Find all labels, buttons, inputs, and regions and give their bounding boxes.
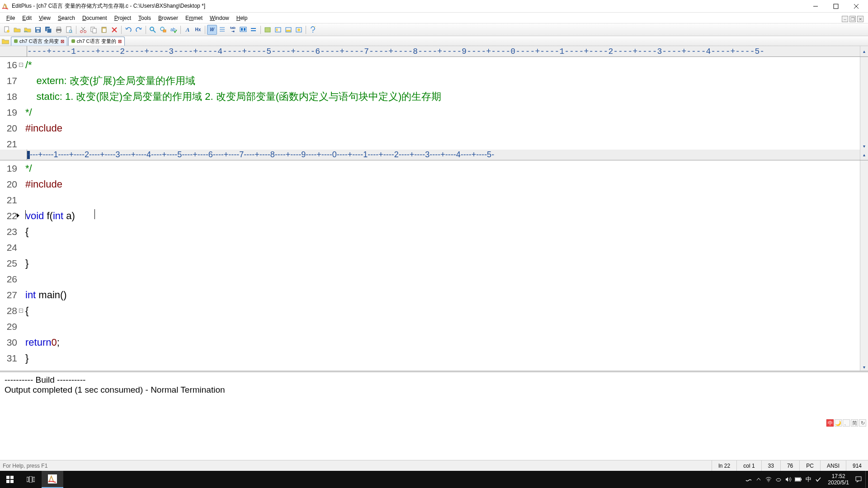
menu-edit[interactable]: Edit	[19, 14, 35, 23]
svg-rect-2	[834, 4, 838, 9]
status-mode: PC	[800, 460, 821, 471]
statusbar: For Help, press F1 ln 22 col 1 33 76 PC …	[0, 460, 868, 471]
output-icon-1[interactable]: 🌙	[835, 419, 842, 427]
wordwrap-button[interactable]: W	[207, 25, 217, 35]
svg-rect-51	[6, 480, 9, 483]
status-help: For Help, press F1	[0, 460, 712, 471]
mdi-controls: – ❐ ✕	[842, 16, 863, 22]
preview-button[interactable]	[64, 25, 74, 35]
tray-battery-icon[interactable]	[793, 471, 803, 488]
taskbar-app-editplus[interactable]	[42, 471, 63, 488]
hex-button[interactable]: Hx	[193, 25, 203, 35]
menu-window[interactable]: Window	[206, 14, 233, 23]
tray-overflow-icon[interactable]	[754, 471, 764, 488]
svg-rect-38	[244, 28, 245, 31]
save-button[interactable]	[33, 25, 43, 35]
scrollbar-bottom[interactable]: ▾	[860, 160, 868, 371]
scroll-up-bottom[interactable]: ▴	[860, 150, 868, 160]
toolbar-btn-4[interactable]	[294, 25, 304, 35]
svg-rect-31	[163, 30, 166, 32]
tray-ime-lang[interactable]: 中	[803, 471, 813, 488]
menu-view[interactable]: View	[35, 14, 54, 23]
help-button[interactable]	[308, 25, 318, 35]
svg-rect-54	[29, 476, 32, 483]
autoindent-button[interactable]: tab⇥	[228, 25, 238, 35]
fold-toggle[interactable]: −	[19, 63, 23, 67]
mdi-minimize[interactable]: –	[842, 16, 848, 22]
editor-pane-top[interactable]: 161718192021 − /* extern: 改变(扩展)全局变量的作用域…	[0, 57, 868, 150]
code-area-bottom[interactable]: */#include void f(int a) { } int main(){…	[25, 160, 860, 371]
tray-wifi-icon[interactable]	[764, 471, 774, 488]
save-all-button[interactable]	[43, 25, 53, 35]
open-file-button[interactable]	[12, 25, 22, 35]
menu-search[interactable]: Search	[54, 14, 79, 23]
toolbar: ab A Hx W tab⇥	[0, 23, 868, 36]
ruler-button[interactable]	[249, 25, 259, 35]
output-icon-2[interactable]: 、	[843, 419, 850, 427]
scrollbar-top[interactable]: ▾	[860, 57, 868, 150]
paste-button[interactable]	[99, 25, 109, 35]
tray-clock[interactable]: 17:52 2020/5/1	[823, 473, 854, 486]
action-center-icon[interactable]	[854, 471, 863, 488]
svg-rect-8	[36, 28, 40, 29]
tab-close-icon[interactable]: ⊠	[118, 39, 122, 44]
new-file-button[interactable]	[2, 25, 12, 35]
menu-tools[interactable]: Tools	[135, 14, 155, 23]
output-icon-4[interactable]: ↻	[859, 419, 866, 427]
menu-help[interactable]: Help	[233, 14, 251, 23]
editor-pane-bottom[interactable]: 19202122232425262728293031 − */#include …	[0, 160, 868, 371]
svg-rect-39	[251, 28, 256, 29]
tab-close-icon[interactable]: ⊠	[61, 39, 64, 44]
document-tab-1[interactable]: ch7 C语言 变量的⊠	[68, 37, 125, 46]
start-button[interactable]	[0, 471, 20, 488]
output-icon-3[interactable]: 简	[851, 419, 858, 427]
svg-rect-14	[57, 31, 61, 33]
document-tab-0[interactable]: ch7 C语言 全局变⊠	[11, 37, 67, 46]
tray-time: 17:52	[828, 473, 849, 479]
toolbar-btn-2[interactable]	[273, 25, 283, 35]
delete-button[interactable]	[109, 25, 119, 35]
svg-rect-42	[275, 28, 281, 32]
toolbar-btn-1[interactable]	[263, 25, 273, 35]
menu-file[interactable]: File	[3, 14, 19, 23]
spellcheck-button[interactable]: ab	[169, 25, 179, 35]
full-screen-button[interactable]	[238, 25, 248, 35]
open-remote-button[interactable]	[23, 25, 33, 35]
copy-button[interactable]	[89, 25, 99, 35]
tray-steam-icon[interactable]	[744, 471, 754, 488]
print-button[interactable]	[54, 25, 64, 35]
mdi-restore[interactable]: ❐	[849, 16, 856, 22]
maximize-button[interactable]	[831, 2, 840, 11]
menu-project[interactable]: Project	[111, 14, 135, 23]
menu-browser[interactable]: Browser	[155, 14, 182, 23]
redo-button[interactable]	[134, 25, 144, 35]
menu-document[interactable]: Document	[79, 14, 111, 23]
tray-ime-cloud-icon[interactable]	[774, 471, 783, 488]
task-view-button[interactable]	[20, 471, 42, 488]
tray-volume-icon[interactable]	[783, 471, 793, 488]
font-button[interactable]: A	[183, 25, 193, 35]
output-side-icons: 中🌙、简↻	[826, 419, 866, 427]
tray-check-icon[interactable]	[813, 471, 823, 488]
mdi-close[interactable]: ✕	[857, 16, 863, 22]
close-button[interactable]	[852, 2, 861, 11]
output-pane[interactable]: ---------- Build ---------- Output compl…	[0, 371, 868, 428]
replace-button[interactable]	[158, 25, 168, 35]
code-area-top[interactable]: /* extern: 改变(扩展)全局变量的作用域 static: 1. 改变(…	[25, 57, 860, 150]
show-desktop-button[interactable]	[865, 471, 868, 488]
minimize-button[interactable]	[811, 2, 820, 11]
undo-button[interactable]	[123, 25, 133, 35]
linenumber-button[interactable]	[217, 25, 227, 35]
output-icon-0[interactable]: 中	[826, 419, 834, 427]
menu-emmet[interactable]: Emmet	[182, 14, 206, 23]
toolbar-btn-3[interactable]	[283, 25, 293, 35]
fold-toggle[interactable]: −	[19, 309, 23, 313]
folder-icon[interactable]	[2, 38, 9, 45]
ruler-top: ----+----1----+----2----+----3----+----4…	[0, 46, 868, 57]
taskbar: 中 17:52 2020/5/1	[0, 471, 868, 488]
scroll-up-top[interactable]: ▴	[860, 46, 868, 56]
titlebar: EditPlus - [ch7 C语言 变量的存储方式与生存期.c - C:\U…	[0, 0, 868, 13]
svg-rect-9	[37, 30, 39, 32]
find-button[interactable]	[148, 25, 158, 35]
cut-button[interactable]	[78, 25, 88, 35]
